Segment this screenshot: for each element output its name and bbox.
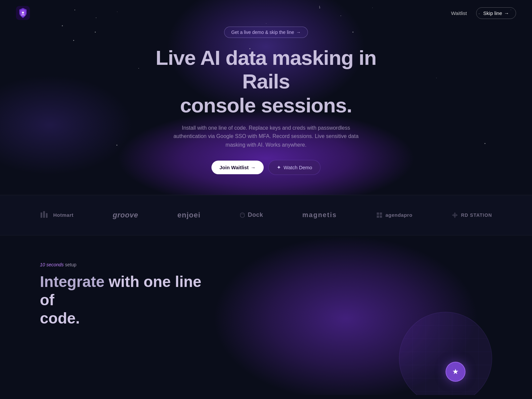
logo-magnetis-text: magnetis (302, 211, 337, 219)
bottom-content: 10 seconds setup Integrate with one line… (40, 262, 492, 328)
bottom-title-part3: code. (40, 310, 80, 327)
logo-hotmart: Hotmart (40, 210, 73, 220)
svg-rect-5 (377, 212, 379, 215)
dot-3 (95, 32, 96, 33)
logo-dock: Dock (240, 211, 263, 218)
logo-agendapro: agendapro (376, 212, 412, 218)
logo-enjoei: enjoei (178, 211, 201, 219)
svg-rect-3 (43, 211, 45, 218)
sparkle-icon: ✦ (277, 164, 281, 171)
grid-center-icon: ★ (452, 367, 459, 376)
nav-skipline-label: Skip line (483, 10, 502, 16)
hero-title-line1: Live AI data masking in Rails (156, 46, 376, 93)
dock-icon (240, 212, 245, 218)
svg-rect-8 (380, 215, 382, 218)
watch-demo-button[interactable]: ✦ Watch Demo (268, 160, 321, 175)
hotmart-icon (40, 210, 51, 220)
dot-2 (73, 40, 74, 41)
bottom-section: 10 seconds setup Integrate with one line… (0, 235, 532, 395)
hero-buttons: Join Waitlist → ✦ Watch Demo (211, 160, 321, 175)
star (436, 78, 437, 78)
dot-6 (484, 143, 485, 144)
hero-subtitle: Install with one line of code. Replace k… (166, 124, 366, 149)
btn-demo-label: Watch Demo (284, 165, 312, 170)
hero-content: Get a live demo & skip the line → Live A… (133, 27, 399, 175)
logo-dock-text: Dock (248, 211, 263, 218)
nav-waitlist-link[interactable]: Waitlist (451, 10, 467, 16)
bottom-title: Integrate with one line of code. (40, 273, 206, 328)
nav-skipline-button[interactable]: Skip line → (476, 7, 516, 19)
nav-links: Waitlist Skip line → (451, 7, 516, 19)
nav-skipline-arrow: → (504, 10, 509, 16)
logo-groove-text: groove (113, 211, 138, 219)
svg-rect-7 (377, 215, 379, 218)
hero-title: Live AI data masking in Rails console se… (133, 46, 399, 117)
logo-hotmart-text: Hotmart (53, 212, 73, 218)
btn-waitlist-label: Join Waitlist (219, 165, 249, 170)
btn-waitlist-arrow: → (251, 165, 256, 170)
logo-groove: groove (113, 211, 138, 219)
setup-seconds: 10 seconds (40, 262, 64, 267)
logos-section: Hotmart groove enjoei Dock magnetis agen… (0, 195, 532, 235)
logo-agendapro-text: agendapro (385, 212, 412, 218)
top-badge-arrow: → (296, 30, 301, 35)
svg-rect-2 (41, 212, 42, 218)
logo-rdstation: RD STATION (452, 212, 492, 218)
rdstation-icon (452, 212, 458, 218)
setup-label-word: setup (65, 262, 76, 267)
logo-enjoei-text: enjoei (178, 211, 201, 219)
svg-point-1 (22, 12, 24, 14)
grid-center-button[interactable]: ★ (446, 362, 466, 382)
hero-title-line2: console sessions. (180, 94, 352, 117)
hero-section: Get a live demo & skip the line → Live A… (0, 0, 532, 195)
bottom-title-part1: Integrate (40, 273, 104, 290)
logo-area[interactable] (16, 6, 30, 20)
hero-glow-left (0, 75, 133, 175)
svg-rect-4 (46, 213, 48, 218)
setup-badge: 10 seconds setup (40, 262, 492, 267)
join-waitlist-button[interactable]: Join Waitlist → (211, 161, 264, 174)
dot-7 (116, 145, 117, 146)
logo-icon (16, 6, 30, 20)
agendapro-icon (376, 212, 383, 218)
logo-magnetis: magnetis (302, 211, 337, 219)
top-badge[interactable]: Get a live demo & skip the line → (224, 27, 308, 38)
svg-rect-6 (380, 212, 382, 215)
logo-rdstation-text: RD STATION (461, 212, 492, 218)
top-badge-text: Get a live demo & skip the line (231, 30, 294, 35)
navbar: Waitlist Skip line → (0, 0, 532, 26)
